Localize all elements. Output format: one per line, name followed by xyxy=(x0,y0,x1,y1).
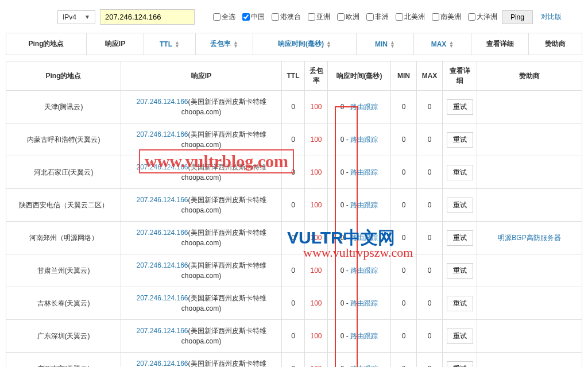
region-checkbox-0[interactable]: 全选 xyxy=(213,12,235,22)
route-trace-link[interactable]: 路由跟踪 xyxy=(350,201,378,209)
ping-button[interactable]: Ping xyxy=(502,10,533,24)
compare-link[interactable]: 对比版 xyxy=(541,12,562,22)
cell-min: 0 xyxy=(391,320,417,353)
cell-location: 陕西西安电信（天翼云二区） xyxy=(6,189,121,222)
ip-desc: (美国新泽西州皮斯卡特维 choopa.com) xyxy=(181,294,266,312)
th-location: Ping的地点 xyxy=(6,61,121,91)
header-cell-6[interactable]: MAX▲▼ xyxy=(413,33,471,55)
region-checkbox-input[interactable] xyxy=(366,13,374,21)
region-checkbox-5[interactable]: 非洲 xyxy=(366,12,389,22)
table-row: 广西南宁(天翼云)207.246.124.166(美国新泽西州皮斯卡特维 cho… xyxy=(6,353,582,368)
header-cell-5[interactable]: MIN▲▼ xyxy=(356,33,413,55)
cell-ttl: 0 xyxy=(282,353,305,368)
retry-button[interactable]: 重试 xyxy=(447,329,473,344)
route-trace-link[interactable]: 路由跟踪 xyxy=(350,136,378,144)
route-trace-link[interactable]: 路由跟踪 xyxy=(350,365,378,367)
retry-button[interactable]: 重试 xyxy=(447,361,473,368)
region-checkbox-input[interactable] xyxy=(468,13,475,21)
ip-link[interactable]: 207.246.124.166 xyxy=(136,98,188,106)
cell-max: 0 xyxy=(417,91,443,123)
route-trace-link[interactable]: 路由跟踪 xyxy=(350,234,378,242)
region-checkbox-2[interactable]: 港澳台 xyxy=(272,12,301,22)
region-checkbox-3[interactable]: 亚洲 xyxy=(308,12,330,22)
ip-desc: (美国新泽西州皮斯卡特维 choopa.com) xyxy=(181,163,266,181)
ip-link[interactable]: 207.246.124.166 xyxy=(136,360,188,367)
cell-resp: 0 - 路由跟踪 xyxy=(328,320,391,353)
region-checkbox-input[interactable] xyxy=(308,13,315,21)
route-trace-link[interactable]: 路由跟踪 xyxy=(350,299,378,307)
region-checkbox-label: 北美洲 xyxy=(404,12,425,22)
cell-ttl: 0 xyxy=(282,123,305,156)
ip-desc: (美国新泽西州皮斯卡特维 choopa.com) xyxy=(181,196,266,214)
header-label: TTL xyxy=(160,40,172,48)
cell-location: 广西南宁(天翼云) xyxy=(6,353,121,368)
cell-max: 0 xyxy=(417,254,443,287)
region-checkbox-label: 大洋洲 xyxy=(477,12,497,22)
ip-link[interactable]: 207.246.124.166 xyxy=(136,327,188,335)
retry-button[interactable]: 重试 xyxy=(447,198,473,213)
ip-link[interactable]: 207.246.124.166 xyxy=(136,294,188,302)
ip-input[interactable] xyxy=(100,9,195,25)
region-checkbox-input[interactable] xyxy=(242,13,250,21)
retry-button[interactable]: 重试 xyxy=(447,296,473,311)
region-checkbox-8[interactable]: 大洋洲 xyxy=(468,12,497,22)
cell-min: 0 xyxy=(391,353,417,368)
retry-button[interactable]: 重试 xyxy=(447,132,473,148)
cell-ttl: 0 xyxy=(282,91,305,123)
retry-button[interactable]: 重试 xyxy=(447,99,473,115)
cell-min: 0 xyxy=(391,222,417,254)
cell-detail: 重试 xyxy=(443,320,477,353)
header-label: MIN xyxy=(375,40,388,48)
cell-loss: 100 xyxy=(305,222,328,254)
header-cell-2[interactable]: TTL▲▼ xyxy=(144,33,195,55)
ip-desc: (美国新泽西州皮斯卡特维 choopa.com) xyxy=(181,98,266,116)
resp-value: 0 - xyxy=(341,234,350,242)
region-checkbox-input[interactable] xyxy=(396,13,403,21)
ip-link[interactable]: 207.246.124.166 xyxy=(136,196,188,204)
region-checkbox-input[interactable] xyxy=(432,13,439,21)
region-checkbox-7[interactable]: 南美洲 xyxy=(432,12,461,22)
route-trace-link[interactable]: 路由跟踪 xyxy=(350,266,378,275)
cell-max: 0 xyxy=(417,156,443,189)
route-trace-link[interactable]: 路由跟踪 xyxy=(350,168,378,176)
header-cell-7: 查看详细 xyxy=(471,33,528,55)
cell-loss: 100 xyxy=(305,123,328,156)
retry-button[interactable]: 重试 xyxy=(447,165,473,180)
retry-button[interactable]: 重试 xyxy=(447,230,473,246)
route-trace-link[interactable]: 路由跟踪 xyxy=(350,103,378,111)
region-checkbox-input[interactable] xyxy=(272,13,279,21)
ip-link[interactable]: 207.246.124.166 xyxy=(136,229,188,237)
th-ip: 响应IP xyxy=(121,61,282,91)
ip-link[interactable]: 207.246.124.166 xyxy=(136,261,188,269)
cell-ip: 207.246.124.166(美国新泽西州皮斯卡特维 choopa.com) xyxy=(121,254,282,287)
sponsor-link[interactable]: 明源BGP高防服务器 xyxy=(498,234,560,242)
header-cell-3[interactable]: 丢包率▲▼ xyxy=(195,33,253,55)
cell-ip: 207.246.124.166(美国新泽西州皮斯卡特维 choopa.com) xyxy=(121,287,282,320)
region-checkbox-6[interactable]: 北美洲 xyxy=(396,12,425,22)
retry-button[interactable]: 重试 xyxy=(447,263,473,279)
th-min: MIN xyxy=(391,61,417,91)
route-trace-link[interactable]: 路由跟踪 xyxy=(350,332,378,340)
ip-link[interactable]: 207.246.124.166 xyxy=(136,130,188,138)
region-checkbox-input[interactable] xyxy=(337,13,345,21)
cell-resp: 0 - 路由跟踪 xyxy=(328,123,391,156)
ip-desc: (美国新泽西州皮斯卡特维 choopa.com) xyxy=(181,229,266,247)
header-cell-4[interactable]: 响应时间(毫秒)▲▼ xyxy=(253,33,356,55)
sort-icon: ▲▼ xyxy=(326,41,331,48)
region-checkbox-label: 亚洲 xyxy=(316,12,330,22)
cell-ttl: 0 xyxy=(282,320,305,353)
region-checkbox-1[interactable]: 中国 xyxy=(242,12,265,22)
resp-value: 0 - xyxy=(341,299,350,307)
cell-resp: 0 - 路由跟踪 xyxy=(328,156,391,189)
header-cell-0: Ping的地点 xyxy=(6,33,86,55)
cell-ip: 207.246.124.166(美国新泽西州皮斯卡特维 choopa.com) xyxy=(121,123,282,156)
region-checkbox-4[interactable]: 欧洲 xyxy=(337,12,359,22)
ip-link[interactable]: 207.246.124.166 xyxy=(136,163,188,171)
region-checkbox-input[interactable] xyxy=(213,13,220,21)
resp-value: 0 - xyxy=(341,365,350,367)
cell-detail: 重试 xyxy=(443,254,477,287)
table-row: 广东深圳(天翼云)207.246.124.166(美国新泽西州皮斯卡特维 cho… xyxy=(6,320,582,353)
header-cell-1: 响应IP xyxy=(86,33,144,55)
ip-version-select[interactable]: IPv4 ▼ xyxy=(57,10,95,24)
cell-location: 内蒙古呼和浩特(天翼云) xyxy=(6,123,121,156)
